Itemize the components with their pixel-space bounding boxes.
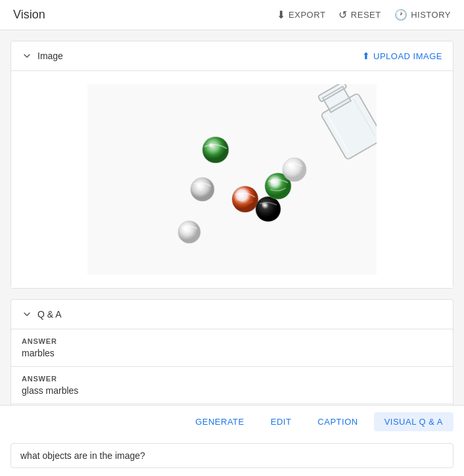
marbles-svg	[87, 84, 377, 275]
answer-text-1: marbles	[22, 348, 442, 358]
reset-icon: ↺	[338, 9, 348, 21]
answer-text-2: glass marbles	[22, 385, 442, 396]
tab-edit[interactable]: EDIT	[260, 412, 302, 431]
qa-panel: Q & A ANSWER marbles ANSWER glass marble…	[11, 299, 453, 416]
answer-label-1: ANSWER	[22, 337, 442, 345]
image-panel-header: Image ⬆ UPLOAD IMAGE	[11, 41, 453, 71]
header: Vision ⬇ EXPORT ↺ RESET 🕐 HISTORY	[0, 0, 464, 30]
tab-caption[interactable]: CAPTION	[307, 412, 368, 431]
tab-visual-qa[interactable]: VISUAL Q & A	[374, 412, 453, 431]
history-button[interactable]: 🕐 HISTORY	[394, 9, 451, 21]
export-button[interactable]: ⬇ EXPORT	[277, 9, 326, 21]
svg-point-17	[262, 203, 266, 206]
svg-point-9	[209, 143, 213, 147]
qa-panel-header-left: Q & A	[22, 309, 62, 320]
svg-point-11	[197, 184, 200, 187]
history-icon: 🕐	[394, 9, 408, 21]
app-title: Vision	[13, 8, 277, 22]
svg-point-12	[178, 221, 200, 243]
svg-point-13	[184, 227, 187, 230]
input-row	[0, 438, 464, 476]
answer-label-2: ANSWER	[22, 375, 442, 383]
tab-bar: GENERATE EDIT CAPTION VISUAL Q & A	[0, 405, 464, 476]
qa-panel-title: Q & A	[37, 309, 62, 320]
qa-panel-collapse[interactable]	[22, 309, 32, 320]
svg-point-10	[191, 178, 214, 201]
svg-point-16	[256, 197, 281, 222]
qa-answer-row-2: ANSWER glass marbles	[11, 367, 453, 404]
upload-image-button[interactable]: ⬆ UPLOAD IMAGE	[362, 51, 442, 61]
reset-button[interactable]: ↺ RESET	[338, 9, 381, 21]
svg-point-21	[289, 164, 292, 167]
upload-icon: ⬆	[362, 51, 371, 61]
export-icon: ⬇	[277, 9, 286, 21]
image-panel-collapse[interactable]	[22, 51, 32, 61]
qa-answer-row: ANSWER marbles	[11, 329, 453, 367]
image-area	[11, 71, 453, 288]
image-panel-title: Image	[37, 51, 63, 61]
tab-generate[interactable]: GENERATE	[185, 412, 255, 431]
image-panel: Image ⬆ UPLOAD IMAGE	[11, 41, 453, 289]
svg-point-15	[239, 193, 243, 197]
svg-point-20	[283, 158, 306, 181]
marbles-image	[87, 84, 377, 275]
svg-point-14	[232, 186, 258, 212]
main-content: Image ⬆ UPLOAD IMAGE	[0, 30, 464, 426]
tabs: GENERATE EDIT CAPTION VISUAL Q & A	[0, 406, 464, 438]
question-input[interactable]	[11, 443, 453, 468]
header-actions: ⬇ EXPORT ↺ RESET 🕐 HISTORY	[277, 9, 451, 21]
qa-panel-header: Q & A	[11, 300, 453, 329]
svg-point-19	[271, 179, 275, 183]
panel-header-left: Image	[22, 51, 63, 61]
